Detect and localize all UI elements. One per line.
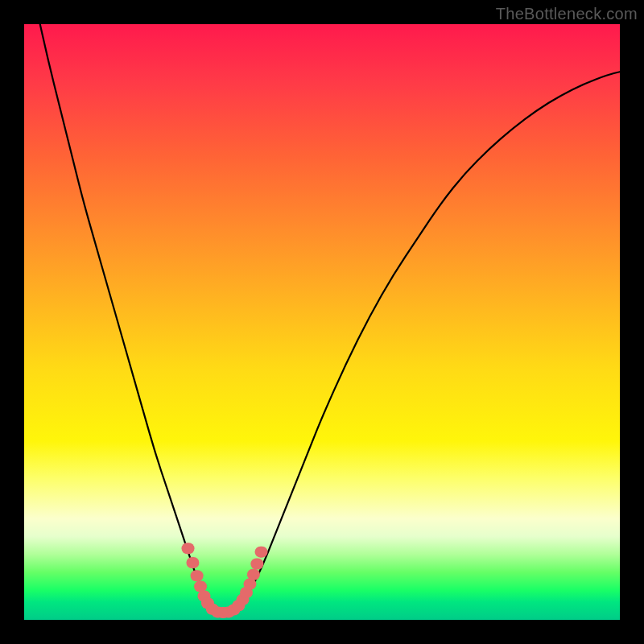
curve-marker xyxy=(250,558,263,569)
chart-frame: TheBottleneck.com xyxy=(0,0,644,644)
curve-marker xyxy=(186,557,199,568)
curve-path xyxy=(24,24,620,613)
bottleneck-curve xyxy=(24,24,620,620)
curve-marker xyxy=(191,570,204,581)
curve-marker xyxy=(247,569,260,580)
curve-marker xyxy=(182,543,195,554)
curve-markers xyxy=(182,543,268,618)
chart-plot-area xyxy=(24,24,620,620)
watermark-label: TheBottleneck.com xyxy=(496,5,638,23)
curve-marker xyxy=(255,547,268,558)
